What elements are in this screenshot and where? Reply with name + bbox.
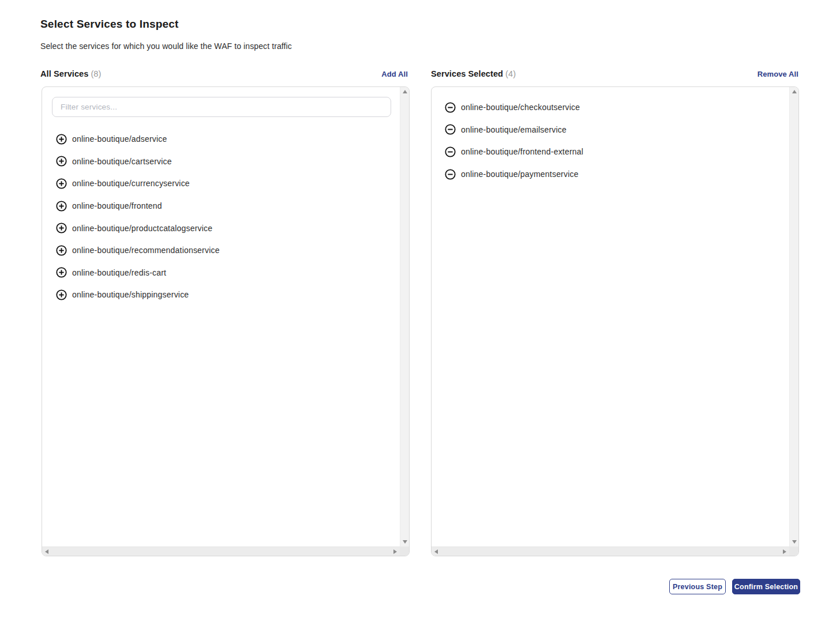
previous-step-button[interactable]: Previous Step bbox=[669, 579, 726, 594]
remove-service-minus-icon[interactable] bbox=[445, 146, 456, 157]
scrollbar-corner bbox=[400, 547, 409, 556]
add-all-link[interactable]: Add All bbox=[381, 70, 408, 78]
service-row[interactable]: online-boutique/paymentservice bbox=[432, 163, 789, 186]
remove-service-minus-icon[interactable] bbox=[445, 102, 456, 113]
service-row[interactable]: online-boutique/emailservice bbox=[432, 119, 789, 141]
service-row[interactable]: online-boutique/shippingservice bbox=[42, 284, 400, 306]
all-services-panel: online-boutique/adservice online-boutiqu… bbox=[42, 86, 410, 556]
all-services-header: All Services(8) bbox=[40, 69, 101, 78]
remove-service-minus-icon[interactable] bbox=[445, 124, 456, 135]
service-name: online-boutique/recommendationservice bbox=[72, 246, 220, 255]
scrollbar-up-arrow-icon[interactable] bbox=[403, 90, 407, 93]
service-row[interactable]: online-boutique/redis-cart bbox=[42, 262, 400, 284]
vertical-scrollbar[interactable] bbox=[400, 87, 409, 547]
services-selected-count: (4) bbox=[505, 69, 516, 78]
scrollbar-up-arrow-icon[interactable] bbox=[792, 90, 797, 93]
service-row[interactable]: online-boutique/checkoutservice bbox=[432, 96, 789, 119]
service-row[interactable]: online-boutique/adservice bbox=[42, 128, 400, 150]
service-row[interactable]: online-boutique/recommendationservice bbox=[42, 239, 400, 262]
scrollbar-corner bbox=[789, 547, 798, 556]
add-service-plus-icon[interactable] bbox=[56, 178, 67, 189]
services-selected-header: Services Selected(4) bbox=[431, 69, 516, 78]
service-name: online-boutique/shippingservice bbox=[72, 290, 189, 299]
selected-services-panel-content: online-boutique/checkoutservice online-b… bbox=[432, 87, 789, 547]
scrollbar-left-arrow-icon[interactable] bbox=[45, 549, 48, 554]
confirm-selection-button[interactable]: Confirm Selection bbox=[732, 579, 800, 594]
select-services-page: Select Services to Inspect Select the se… bbox=[0, 0, 840, 618]
service-name: online-boutique/cartservice bbox=[72, 157, 172, 166]
add-service-plus-icon[interactable] bbox=[56, 223, 67, 233]
scrollbar-right-arrow-icon[interactable] bbox=[393, 549, 397, 554]
service-name: online-boutique/redis-cart bbox=[72, 268, 166, 277]
all-services-label: All Services bbox=[40, 69, 88, 78]
add-service-plus-icon[interactable] bbox=[56, 267, 67, 278]
add-service-plus-icon[interactable] bbox=[56, 156, 67, 167]
service-name: online-boutique/frontend-external bbox=[461, 147, 583, 156]
scrollbar-down-arrow-icon[interactable] bbox=[792, 540, 797, 544]
add-service-plus-icon[interactable] bbox=[56, 201, 67, 212]
selected-services-list: online-boutique/checkoutservice online-b… bbox=[432, 96, 789, 185]
page-title: Select Services to Inspect bbox=[40, 18, 179, 31]
add-service-plus-icon[interactable] bbox=[56, 289, 67, 300]
service-name: online-boutique/currencyservice bbox=[72, 179, 190, 188]
horizontal-scrollbar[interactable] bbox=[432, 547, 789, 556]
add-service-plus-icon[interactable] bbox=[56, 245, 67, 256]
selected-services-panel: online-boutique/checkoutservice online-b… bbox=[431, 86, 799, 556]
remove-all-link[interactable]: Remove All bbox=[757, 70, 798, 78]
service-row[interactable]: online-boutique/cartservice bbox=[42, 150, 400, 173]
service-row[interactable]: online-boutique/frontend-external bbox=[432, 141, 789, 163]
service-name: online-boutique/frontend bbox=[72, 201, 162, 210]
service-row[interactable]: online-boutique/frontend bbox=[42, 195, 400, 217]
vertical-scrollbar[interactable] bbox=[789, 87, 798, 547]
service-name: online-boutique/productcatalogservice bbox=[72, 224, 212, 233]
scrollbar-down-arrow-icon[interactable] bbox=[403, 540, 407, 544]
filter-services-input[interactable] bbox=[52, 97, 391, 117]
all-services-panel-content: online-boutique/adservice online-boutiqu… bbox=[42, 87, 400, 547]
horizontal-scrollbar[interactable] bbox=[42, 547, 400, 556]
service-name: online-boutique/paymentservice bbox=[461, 169, 579, 179]
scrollbar-right-arrow-icon[interactable] bbox=[783, 549, 786, 554]
all-services-list: online-boutique/adservice online-boutiqu… bbox=[42, 128, 400, 306]
remove-service-minus-icon[interactable] bbox=[445, 169, 456, 180]
scrollbar-left-arrow-icon[interactable] bbox=[434, 549, 438, 554]
services-selected-label: Services Selected bbox=[431, 69, 503, 78]
service-name: online-boutique/emailservice bbox=[461, 125, 567, 134]
all-services-count: (8) bbox=[91, 69, 101, 78]
add-service-plus-icon[interactable] bbox=[56, 134, 67, 145]
service-row[interactable]: online-boutique/productcatalogservice bbox=[42, 217, 400, 239]
page-subtitle: Select the services for which you would … bbox=[40, 42, 292, 51]
service-row[interactable]: online-boutique/currencyservice bbox=[42, 172, 400, 195]
service-name: online-boutique/checkoutservice bbox=[461, 103, 580, 112]
service-name: online-boutique/adservice bbox=[72, 134, 167, 144]
